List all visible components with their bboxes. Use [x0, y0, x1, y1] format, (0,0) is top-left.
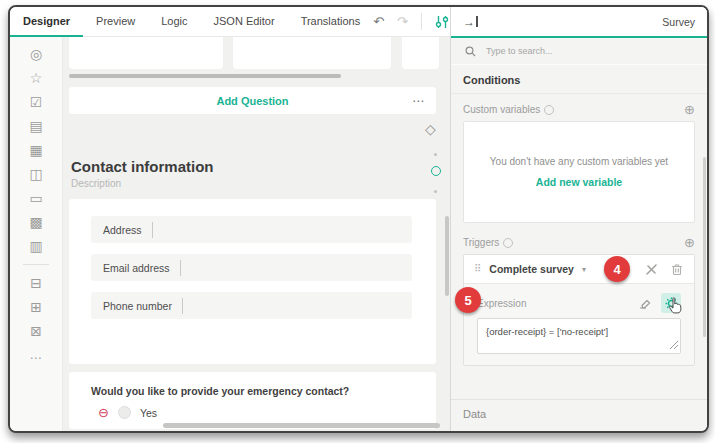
toolbox-sidebar: ◎ ☆ ☑ ▤ ▦ ◫ ▭ ▩ ▥ ⊟ ⊞ ⊠ ⋯ [10, 37, 63, 431]
page-nav-dot[interactable] [434, 190, 437, 193]
trigger-type-dropdown[interactable]: Complete survey [489, 263, 574, 275]
undo-icon[interactable]: ↶ [373, 15, 384, 28]
top-toolbar: Designer Preview Logic JSON Editor Trans… [10, 7, 450, 37]
settings-sliders-icon[interactable] [435, 15, 449, 29]
section-data[interactable]: Data [451, 399, 707, 431]
search-bar [451, 38, 707, 65]
field-divider [180, 260, 181, 276]
toolbox-more-icon[interactable]: ⋯ [30, 351, 43, 365]
partial-question-card[interactable] [402, 37, 439, 69]
canvas-vertical-scrollbar[interactable] [445, 216, 449, 296]
checkbox-icon[interactable]: ☑ [30, 94, 43, 110]
panel-header: → Survey [451, 7, 707, 38]
arrow-glyph: → [463, 16, 475, 28]
question-title: Would you like to provide your emergency… [69, 372, 436, 397]
remove-choice-icon[interactable]: ⊖ [98, 406, 109, 419]
app-window: Designer Preview Logic JSON Editor Trans… [8, 5, 709, 433]
page-description[interactable]: Description [71, 178, 450, 189]
partial-question-card[interactable] [233, 37, 391, 69]
add-new-variable-link[interactable]: Add new variable [536, 176, 622, 188]
phone-field-label: Phone number [103, 300, 172, 312]
address-field-label: Address [103, 224, 142, 236]
toolbox-divider [23, 264, 49, 265]
page-title[interactable]: Contact information [71, 158, 450, 175]
help-icon[interactable] [503, 238, 513, 248]
fast-entry-icon[interactable] [644, 262, 659, 277]
collapse-panel-icon[interactable]: → [463, 16, 478, 28]
tab-logic[interactable]: Logic [148, 7, 200, 36]
address-field[interactable]: Address [91, 216, 412, 243]
emergency-question-card[interactable]: Would you like to provide your emergency… [69, 372, 436, 429]
add-variable-plus-icon[interactable]: ⊕ [684, 103, 695, 116]
custom-variables-card: You don't have any custom variables yet … [463, 121, 695, 223]
toolbar-divider [421, 13, 422, 30]
panel-title: Survey [662, 16, 695, 28]
drag-diamond-icon[interactable]: ◇ [425, 121, 436, 137]
tab-designer[interactable]: Designer [10, 7, 83, 36]
step-badge-5: 5 [455, 287, 481, 313]
comment-icon[interactable]: ⊞ [30, 299, 42, 315]
field-divider [182, 298, 183, 314]
search-icon [465, 46, 476, 57]
tab-preview[interactable]: Preview [83, 7, 148, 36]
clear-expression-icon[interactable] [638, 296, 653, 310]
page-nav-dot[interactable] [434, 153, 437, 156]
multipletext-icon[interactable]: ⊠ [30, 323, 42, 339]
email-field-label: Email address [103, 262, 170, 274]
expression-label: Expression [477, 298, 526, 309]
property-panel: → Survey Conditions Custom variables ⊕ Y… [450, 7, 707, 431]
add-question-bar: Add Question ⋯ [69, 87, 436, 114]
trigger-card: ⠿ Complete survey ▾ [463, 254, 695, 366]
horizontal-scrollbar-bottom[interactable] [163, 423, 440, 428]
expression-row: Expression [477, 293, 681, 313]
add-question-button[interactable]: Add Question [69, 95, 436, 107]
custom-variables-label: Custom variables [463, 104, 540, 115]
partial-question-card[interactable] [69, 37, 223, 69]
add-trigger-plus-icon[interactable]: ⊕ [684, 236, 695, 249]
trigger-row: ⠿ Complete survey ▾ [464, 255, 694, 284]
matrix-icon[interactable]: ▥ [29, 238, 42, 254]
drag-handle-icon[interactable]: ⠿ [474, 264, 481, 274]
panel-icon[interactable]: ▭ [29, 190, 42, 206]
radio-button[interactable] [118, 406, 131, 419]
contact-panel-card[interactable]: Address Email address Phone number [69, 199, 436, 364]
empty-variables-text: You don't have any custom variables yet [490, 156, 668, 167]
radiogroup-icon[interactable]: ◎ [30, 46, 42, 62]
step-badge-4: 4 [604, 256, 630, 282]
tab-translations[interactable]: Translations [288, 7, 374, 36]
ranking-icon[interactable]: ▦ [29, 142, 42, 158]
resize-grip-icon[interactable] [670, 341, 678, 349]
chevron-down-icon[interactable]: ▾ [582, 265, 586, 274]
expression-textarea[interactable]: {order-receipt} = ['no-receipt'] [477, 318, 681, 354]
email-field[interactable]: Email address [91, 254, 412, 281]
phone-field[interactable]: Phone number [91, 292, 412, 319]
design-canvas: Add Question ⋯ Contact information Descr… [63, 37, 450, 431]
text-icon[interactable]: ⊟ [30, 275, 42, 291]
question-menu-icon[interactable]: ⋯ [412, 94, 426, 108]
field-divider [152, 222, 153, 238]
page-nav-current-dot[interactable] [431, 166, 441, 176]
choice-label: Yes [140, 407, 157, 419]
delete-trigger-icon[interactable] [670, 262, 684, 276]
custom-variables-header: Custom variables ⊕ [463, 103, 695, 116]
triggers-label: Triggers [463, 237, 499, 248]
panel-scrollbar[interactable] [703, 157, 706, 337]
tab-json-editor[interactable]: JSON Editor [201, 7, 288, 36]
image-icon[interactable]: ▩ [29, 214, 42, 230]
search-input[interactable] [484, 45, 658, 57]
redo-icon: ↷ [397, 15, 408, 28]
help-icon[interactable] [544, 105, 554, 115]
horizontal-scrollbar-top[interactable] [69, 74, 341, 78]
choice-row: ⊖ Yes [69, 406, 436, 419]
boolean-icon[interactable]: ◫ [29, 166, 42, 182]
cursor-hand-icon [668, 297, 682, 314]
rating-icon[interactable]: ☆ [30, 70, 43, 86]
section-conditions[interactable]: Conditions [451, 65, 707, 94]
main-area: Designer Preview Logic JSON Editor Trans… [10, 7, 450, 431]
dropdown-icon[interactable]: ▤ [29, 118, 42, 134]
triggers-header: Triggers ⊕ [463, 236, 695, 249]
